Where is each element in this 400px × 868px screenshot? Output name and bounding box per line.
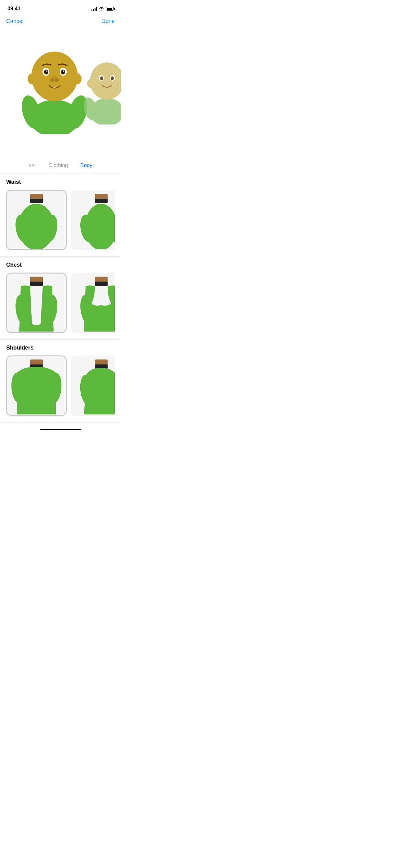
chest-option-2[interactable]: [71, 273, 115, 333]
status-icons: [92, 7, 115, 11]
status-time: 09:41: [7, 6, 21, 12]
chest-title: Chest: [6, 262, 115, 268]
svg-rect-45: [30, 282, 43, 286]
svg-point-6: [28, 73, 37, 85]
cancel-button[interactable]: Cancel: [6, 18, 24, 25]
signal-icon: [92, 7, 97, 11]
chest-section: Chest: [0, 257, 121, 340]
body-options: Waist: [0, 174, 121, 423]
shoulders-title: Shoulders: [6, 345, 115, 351]
avatar-main: [14, 28, 95, 135]
waist-option-2[interactable]: [71, 190, 115, 250]
waist-options-grid: [6, 190, 115, 256]
shoulders-options-grid: [6, 355, 115, 422]
home-bar: [40, 429, 80, 430]
wifi-icon: [99, 7, 104, 10]
svg-point-18: [55, 79, 59, 82]
shoulders-option-2[interactable]: [71, 355, 115, 416]
svg-rect-35: [95, 199, 108, 203]
svg-point-28: [111, 76, 114, 80]
svg-point-17: [50, 79, 54, 82]
battery-icon: [106, 7, 115, 10]
secondary-memoji-svg: [84, 47, 121, 124]
tab-body[interactable]: Body: [80, 161, 92, 170]
main-memoji-svg: [14, 28, 95, 134]
tab-clothing[interactable]: Clothing: [49, 161, 68, 170]
svg-point-15: [63, 70, 64, 72]
svg-point-26: [100, 76, 103, 80]
svg-rect-49: [95, 282, 108, 286]
shoulders-section: Shoulders: [0, 340, 121, 423]
chest-option-1[interactable]: [6, 273, 67, 333]
svg-point-7: [72, 73, 81, 85]
done-button[interactable]: Done: [101, 18, 115, 25]
nav-bar: Cancel Done: [0, 16, 121, 28]
home-indicator: [0, 425, 121, 432]
svg-point-24: [87, 79, 94, 88]
avatar-secondary: [84, 47, 121, 126]
waist-title: Waist: [6, 179, 115, 185]
avatar-preview: [0, 28, 121, 159]
shoulders-option-1[interactable]: [6, 355, 67, 416]
svg-rect-30: [30, 199, 43, 203]
status-bar: 09:41: [0, 0, 121, 16]
waist-section: Waist: [0, 174, 121, 257]
chest-options-grid: [6, 273, 115, 339]
waist-option-1[interactable]: [6, 190, 67, 250]
svg-point-11: [46, 70, 47, 72]
tab-selector: ear Clothing Body: [0, 159, 121, 174]
svg-point-23: [90, 62, 121, 100]
tab-headwear[interactable]: ear: [29, 161, 36, 170]
